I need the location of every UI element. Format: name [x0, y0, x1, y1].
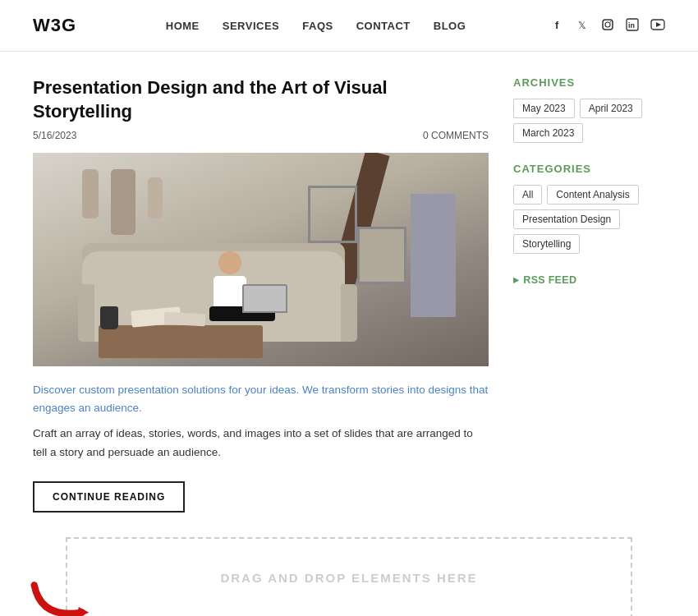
- archive-tag-march[interactable]: March 2023: [513, 123, 583, 143]
- article-title: Presentation Design and the Art of Visua…: [33, 76, 489, 123]
- rss-section: ▸ RSS FEED: [513, 274, 665, 286]
- nav-home[interactable]: HOME: [166, 20, 200, 32]
- twitter-icon[interactable]: 𝕏: [578, 19, 590, 33]
- drag-drop-text: DRAG AND DROP ELEMENTS HERE: [220, 571, 477, 585]
- rss-icon: ▸: [513, 274, 519, 286]
- rss-link[interactable]: ▸ RSS FEED: [513, 274, 665, 286]
- svg-text:𝕏: 𝕏: [578, 20, 586, 30]
- article-comments: 0 COMMENTS: [423, 130, 489, 141]
- svg-text:f: f: [555, 19, 559, 30]
- main-nav: HOME SERVICES FAQS CONTACT BLOG: [166, 20, 466, 32]
- site-logo[interactable]: W3G: [33, 15, 76, 36]
- svg-point-3: [605, 22, 610, 27]
- linkedin-icon[interactable]: in: [626, 18, 639, 34]
- svg-point-4: [610, 21, 612, 22]
- categories-heading: CATEGORIES: [513, 163, 665, 175]
- svg-marker-8: [656, 22, 661, 27]
- social-links: f 𝕏 in: [555, 18, 665, 34]
- article-image: [33, 153, 489, 366]
- main-layout: Presentation Design and the Art of Visua…: [0, 52, 698, 529]
- archives-section: ARCHIVES May 2023 April 2023 March 2023: [513, 76, 665, 143]
- article-date: 5/16/2023: [33, 130, 76, 141]
- category-content-analysis[interactable]: Content Analysis: [547, 185, 638, 205]
- archives-heading: ARCHIVES: [513, 76, 665, 89]
- nav-faqs[interactable]: FAQS: [302, 20, 333, 32]
- categories-section: CATEGORIES All Content Analysis Presenta…: [513, 163, 665, 254]
- categories-tags: All Content Analysis Presentation Design…: [513, 185, 665, 254]
- article-body: Craft an array of ideas, stories, words,…: [33, 425, 489, 462]
- category-storytelling[interactable]: Storytelling: [513, 234, 580, 254]
- article-meta: 5/16/2023 0 COMMENTS: [33, 130, 489, 141]
- youtube-icon[interactable]: [650, 19, 665, 33]
- archive-tag-may[interactable]: May 2023: [513, 99, 575, 118]
- nav-services[interactable]: SERVICES: [223, 20, 280, 32]
- category-all[interactable]: All: [513, 185, 542, 205]
- article-description: Discover custom presentation solutions f…: [33, 381, 489, 416]
- drag-drop-zone[interactable]: DRAG AND DROP ELEMENTS HERE: [66, 537, 632, 616]
- nav-contact[interactable]: CONTACT: [356, 20, 411, 32]
- sidebar: ARCHIVES May 2023 April 2023 March 2023 …: [513, 76, 665, 513]
- archive-tag-april[interactable]: April 2023: [580, 99, 642, 118]
- svg-text:in: in: [628, 21, 635, 30]
- article-section: Presentation Design and the Art of Visua…: [33, 76, 489, 513]
- nav-blog[interactable]: BLOG: [434, 20, 466, 32]
- site-header: W3G HOME SERVICES FAQS CONTACT BLOG f 𝕏 …: [0, 0, 698, 52]
- drag-drop-wrapper: DRAG AND DROP ELEMENTS HERE: [33, 537, 665, 616]
- svg-marker-9: [76, 607, 89, 616]
- archives-tags: May 2023 April 2023 March 2023: [513, 99, 665, 143]
- svg-rect-2: [603, 20, 613, 30]
- category-presentation-design[interactable]: Presentation Design: [513, 209, 620, 229]
- rss-label: RSS FEED: [523, 274, 576, 286]
- drag-arrow-icon: [21, 570, 103, 616]
- continue-reading-button[interactable]: CONTINUE READING: [33, 481, 185, 513]
- instagram-icon[interactable]: [601, 18, 614, 34]
- facebook-icon[interactable]: f: [555, 19, 567, 33]
